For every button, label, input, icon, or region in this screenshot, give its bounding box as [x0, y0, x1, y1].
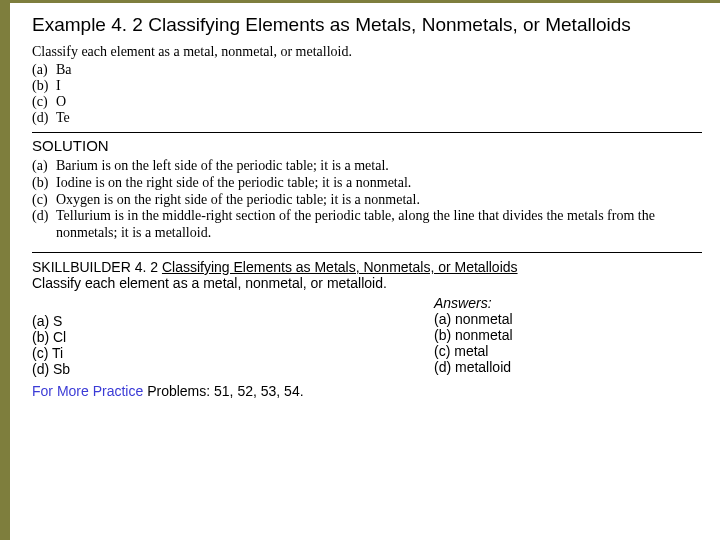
- item-label: (c): [32, 192, 56, 209]
- more-practice-problems: Problems: 51, 52, 53, 54.: [147, 383, 303, 399]
- item-label: (c): [32, 94, 56, 110]
- list-item: (b) nonmetal: [434, 327, 702, 343]
- example-name: Classifying Elements as Metals, Nonmetal…: [143, 14, 631, 35]
- list-item: (c)Oxygen is on the right side of the pe…: [32, 192, 702, 209]
- list-item: (d) Sb: [32, 361, 401, 377]
- more-practice-lead: For More Practice: [32, 383, 147, 399]
- solution-text: Oxygen is on the right side of the perio…: [56, 192, 686, 209]
- problem-items: (a)Ba (b)I (c)O (d)Te: [32, 62, 702, 126]
- skillbuilder-answers: Answers: (a) nonmetal (b) nonmetal (c) m…: [434, 295, 702, 377]
- skillbuilder-heading: SKILLBUILDER 4. 2 Classifying Elements a…: [32, 259, 702, 275]
- list-item: (c)O: [32, 94, 702, 110]
- skillbuilder-title: Classifying Elements as Metals, Nonmetal…: [162, 259, 518, 275]
- list-item: (d)Tellurium is in the middle-right sect…: [32, 208, 702, 242]
- item-value: Te: [56, 110, 70, 125]
- skillbuilder-number: SKILLBUILDER 4. 2: [32, 259, 162, 275]
- list-item: (a) nonmetal: [434, 311, 702, 327]
- item-label: (b): [32, 78, 56, 94]
- list-item: (b) Cl: [32, 329, 401, 345]
- slide: Example 4. 2 Classifying Elements as Met…: [0, 0, 720, 540]
- list-item: (b)Iodine is on the right side of the pe…: [32, 175, 702, 192]
- more-practice: For More Practice Problems: 51, 52, 53, …: [32, 383, 702, 399]
- example-title: Example 4. 2 Classifying Elements as Met…: [32, 14, 702, 36]
- item-label: (a): [32, 158, 56, 175]
- answers-heading: Answers:: [434, 295, 702, 311]
- solution-heading: SOLUTION: [32, 137, 702, 154]
- list-item: (a)Barium is on the left side of the per…: [32, 158, 702, 175]
- divider: [32, 252, 702, 253]
- divider: [32, 132, 702, 133]
- skillbuilder-prompt: Classify each element as a metal, nonmet…: [32, 275, 702, 291]
- problem-prompt: Classify each element as a metal, nonmet…: [32, 44, 702, 60]
- item-label: (b): [32, 175, 56, 192]
- list-item: (a) S: [32, 313, 401, 329]
- solution-text: Tellurium is in the middle-right section…: [56, 208, 686, 242]
- solution-text: Barium is on the left side of the period…: [56, 158, 686, 175]
- item-value: I: [56, 78, 61, 93]
- skillbuilder-items: (a) S (b) Cl (c) Ti (d) Sb: [32, 295, 401, 377]
- list-item: (c) Ti: [32, 345, 401, 361]
- list-item: (d)Te: [32, 110, 702, 126]
- item-value: Ba: [56, 62, 72, 77]
- list-item: (a)Ba: [32, 62, 702, 78]
- list-item: (b)I: [32, 78, 702, 94]
- list-item: (d) metalloid: [434, 359, 702, 375]
- skillbuilder-columns: (a) S (b) Cl (c) Ti (d) Sb Answers: (a) …: [32, 295, 702, 377]
- item-label: (d): [32, 110, 56, 126]
- solution-list: (a)Barium is on the left side of the per…: [32, 158, 702, 242]
- item-value: O: [56, 94, 66, 109]
- list-item: (c) metal: [434, 343, 702, 359]
- example-number: Example 4. 2: [32, 14, 143, 35]
- item-label: (a): [32, 62, 56, 78]
- solution-text: Iodine is on the right side of the perio…: [56, 175, 686, 192]
- item-label: (d): [32, 208, 56, 225]
